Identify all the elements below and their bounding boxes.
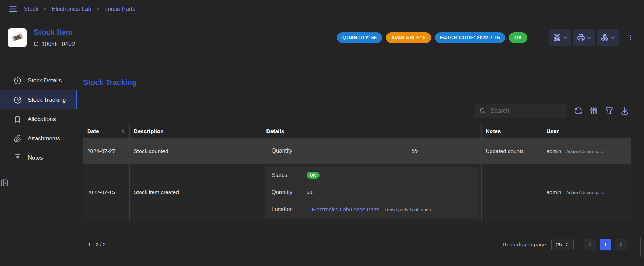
filter-icon: [605, 106, 614, 115]
sidebar-item-stock-details[interactable]: Stock Details: [0, 71, 77, 90]
cell-date: 2024-07-27: [83, 139, 129, 164]
more-options-button[interactable]: [627, 34, 635, 41]
next-page-button[interactable]: [615, 239, 627, 250]
column-header-description: Description: [129, 124, 262, 139]
status-badges: QUANTITY: 55 AVAILABLE: 5 BATCH CODE: 20…: [337, 32, 527, 43]
heading-divider: [83, 95, 631, 95]
sidebar-divider: [8, 168, 77, 168]
sidebar-item-label: Stock Tracking: [28, 97, 66, 103]
detail-row-status: Status OK: [265, 167, 478, 184]
sidebar-item-allocations[interactable]: Allocations: [0, 109, 77, 129]
column-header-date[interactable]: Date: [83, 124, 129, 139]
table-footer: 1 - 2 / 2 Records per page 25 1: [83, 233, 631, 250]
sidebar-collapse-button[interactable]: [0, 178, 77, 187]
download-button[interactable]: [620, 106, 629, 115]
print-actions-button[interactable]: [573, 29, 595, 46]
sidebar-item-label: Stock Details: [28, 77, 62, 84]
menu-icon[interactable]: [8, 5, 18, 14]
cell-details: Status OK Quantity 50: [262, 164, 481, 221]
table-row: 2024-07-27 Stock counted Quantity 55: [83, 139, 631, 164]
table-settings-button[interactable]: [589, 106, 598, 115]
chevron-right-icon: [618, 242, 624, 247]
chevron-down-icon: [586, 35, 592, 40]
title-block: Stock Item C_100nF_0402: [34, 28, 75, 48]
cell-notes: Updated counts: [481, 139, 542, 164]
sidebar-item-attachments[interactable]: Attachments: [0, 129, 77, 148]
user-display-name: Adam Administrator: [566, 149, 605, 154]
printer-icon: [577, 33, 585, 42]
records-per-page-value: 25: [556, 241, 562, 248]
sidebar-item-label: Allocations: [28, 116, 56, 122]
cell-description: Stock item created: [129, 164, 262, 221]
filter-button[interactable]: [605, 106, 614, 115]
search-input[interactable]: [490, 107, 563, 115]
stock-actions-button[interactable]: [597, 29, 619, 46]
cell-details: Quantity 55: [262, 139, 481, 164]
adjustments-icon: [589, 106, 598, 115]
sidebar-item-stock-tracking[interactable]: Stock Tracking: [0, 90, 77, 109]
column-header-details: Details: [262, 124, 481, 139]
part-thumbnail[interactable]: [8, 28, 27, 47]
download-icon: [620, 106, 629, 115]
chevron-down-icon: [610, 35, 616, 40]
main-panel: Stock Tracking: [77, 57, 644, 266]
panel-heading: Stock Tracking: [83, 78, 631, 87]
column-header-notes: Notes: [481, 124, 542, 139]
table-toolbar: [83, 104, 631, 118]
cell-user: admin Adam Administrator: [542, 164, 631, 221]
sidebar-item-notes[interactable]: Notes: [0, 148, 77, 167]
available-badge: AVAILABLE: 5: [386, 32, 431, 43]
sidebar: Stock Details Stock Tracking Allocations…: [0, 57, 77, 266]
chevron-down-icon: [562, 35, 568, 40]
cell-user: admin Adam Administrator: [542, 139, 631, 164]
selector-icon: [565, 242, 569, 247]
breadcrumb: Stock > Electronics Lab > Loose Parts: [24, 6, 135, 12]
records-per-page-select[interactable]: 25: [551, 239, 574, 250]
breadcrumb-loose-parts[interactable]: Loose Parts: [104, 6, 135, 12]
sidebar-item-label: Attachments: [28, 135, 60, 142]
sidebar-item-label: Notes: [28, 154, 43, 161]
page-title: Stock Item: [34, 28, 75, 37]
detail-row-quantity: Quantity 50: [265, 184, 478, 201]
breadcrumb-separator: >: [97, 6, 99, 12]
detail-label: Location: [265, 206, 307, 213]
panel-edge-divider: [640, 237, 641, 257]
breadcrumb-stock[interactable]: Stock: [24, 6, 38, 12]
search-box: [475, 104, 567, 118]
username: admin: [547, 189, 561, 195]
detail-value: 50: [307, 189, 313, 195]
cell-description: Stock counted: [129, 139, 262, 164]
detail-value: 55: [307, 148, 418, 154]
history-clock-icon: [13, 96, 22, 104]
table-header-row: Date Description Details Notes User: [83, 124, 631, 139]
records-per-page-label: Records per page: [503, 241, 546, 248]
username: admin: [547, 148, 561, 154]
sort-icon: [121, 129, 126, 134]
table-row: 2022-07-15 Stock item created Status OK: [83, 164, 631, 221]
header-actions: [549, 29, 635, 46]
detail-row-quantity: Quantity 55: [265, 140, 478, 162]
page-1-button[interactable]: 1: [600, 239, 611, 250]
detail-label: Status: [265, 172, 307, 178]
stock-item-page: Stock > Electronics Lab > Loose Parts St…: [0, 0, 644, 266]
location-description: Loose parts / cut tapes: [385, 207, 431, 212]
stock-tracking-table: Date Description Details Notes User: [83, 124, 631, 221]
sidebar-collapse-icon: [0, 178, 9, 187]
refresh-button[interactable]: [574, 106, 583, 115]
chevron-left-icon: [587, 242, 593, 247]
previous-page-button[interactable]: [584, 239, 596, 250]
status-ok-badge: OK: [509, 32, 527, 43]
part-name: C_100nF_0402: [34, 41, 75, 48]
location-link[interactable]: Electronics Lab/Loose Parts: [312, 206, 380, 213]
capacitor-image: [11, 31, 25, 45]
barcode-actions-button[interactable]: [549, 29, 571, 46]
detail-row-location: Location - Electronics Lab/Loose Parts L…: [265, 201, 478, 218]
search-icon: [479, 107, 486, 115]
breadcrumb-electronics-lab[interactable]: Electronics Lab: [52, 6, 91, 12]
topbar: Stock > Electronics Lab > Loose Parts: [0, 0, 644, 18]
cell-notes: [481, 164, 542, 221]
quantity-badge: QUANTITY: 55: [337, 32, 382, 43]
batch-code-badge: BATCH CODE: 2022-7-15: [435, 32, 505, 43]
status-ok-mini-badge: OK: [307, 172, 320, 179]
location-dash: -: [307, 206, 308, 213]
